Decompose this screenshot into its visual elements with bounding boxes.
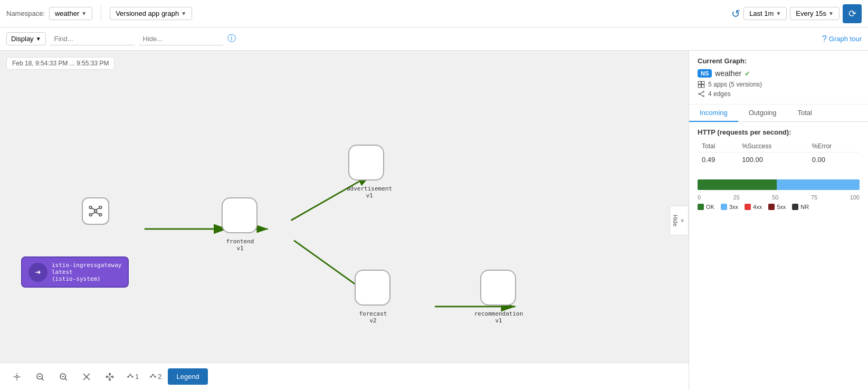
zoom-out-button[interactable] — [53, 366, 74, 387]
hide-input[interactable] — [139, 33, 223, 45]
node-forecast[interactable] — [355, 270, 390, 306]
legend-5xx: 5xx — [768, 204, 786, 210]
namespace-label: Namespace: — [6, 9, 45, 17]
tab-incoming[interactable]: Incoming — [689, 104, 738, 122]
reset-icon — [82, 372, 91, 382]
node-advertisement[interactable] — [348, 145, 384, 180]
svg-point-7 — [89, 206, 92, 209]
namespace-dropdown[interactable]: weather ▼ — [49, 7, 92, 20]
ns-badge: NS — [698, 69, 712, 78]
http-table: Total %Success %Error 0.49 100.00 0.00 — [698, 140, 860, 167]
svg-point-32 — [128, 376, 129, 377]
svg-line-11 — [92, 208, 96, 210]
display-label: Display — [11, 35, 34, 43]
apps-icon — [698, 81, 705, 88]
edges-icon — [698, 90, 705, 98]
graph-tour-link[interactable]: ? Graph tour — [822, 34, 862, 44]
time-range-dropdown[interactable]: Last 1m ▼ — [743, 7, 787, 20]
col-error: %Error — [808, 140, 860, 153]
apps-label: 5 apps (5 versions) — [708, 81, 762, 88]
legend-3xx-dot — [721, 204, 727, 210]
find-input[interactable] — [50, 33, 135, 45]
svg-rect-45 — [702, 85, 704, 88]
check-icon: ✔ — [745, 70, 750, 78]
svg-line-35 — [129, 375, 130, 376]
frontend-label: frontend v1 — [206, 238, 274, 252]
svg-rect-43 — [702, 81, 704, 84]
svg-line-41 — [154, 375, 155, 376]
current-graph-title: Current Graph: — [698, 57, 860, 65]
svg-line-49 — [700, 92, 703, 94]
bar-track — [698, 179, 860, 190]
svg-point-24 — [106, 376, 108, 377]
axis-0: 0 — [698, 194, 701, 201]
filter1-label: 1 — [135, 373, 139, 381]
tab-total-label: Total — [798, 109, 812, 117]
svg-point-10 — [99, 214, 102, 216]
svg-point-47 — [703, 91, 704, 92]
refresh-rate-dropdown[interactable]: Every 15s ▼ — [790, 7, 840, 20]
fit-graph-button[interactable] — [6, 366, 27, 387]
zoom-out-icon — [59, 372, 68, 382]
val-success: 100.00 — [738, 153, 808, 167]
filter2-button[interactable]: 2 — [145, 366, 166, 387]
display-dropdown[interactable]: Display ▼ — [6, 32, 46, 45]
svg-point-39 — [155, 376, 156, 377]
legend-4xx: 4xx — [745, 204, 762, 210]
svg-line-50 — [700, 94, 703, 96]
filter1-button[interactable]: 1 — [122, 366, 143, 387]
http-title: HTTP (requests per second): — [698, 128, 860, 136]
node-mesh-icon[interactable] — [82, 197, 109, 225]
tab-outgoing[interactable]: Outgoing — [738, 104, 787, 122]
tab-outgoing-label: Outgoing — [749, 109, 777, 117]
refresh-rate-value: Every 15s — [796, 9, 826, 17]
svg-point-33 — [130, 374, 131, 375]
legend-4xx-dot — [745, 204, 751, 210]
zoom-in-button[interactable] — [30, 366, 51, 387]
filter2-icon — [149, 373, 157, 381]
top-bar: Namespace: weather ▼ Versioned app graph… — [0, 0, 868, 27]
svg-point-27 — [109, 378, 111, 380]
tab-total[interactable]: Total — [787, 104, 823, 122]
bar-ok — [698, 179, 777, 190]
time-range-value: Last 1m — [749, 9, 774, 17]
legend-nr-label: NR — [800, 204, 809, 210]
svg-line-13 — [92, 212, 96, 214]
hide-label: Hide — [672, 214, 679, 226]
zoom-in-icon — [35, 372, 45, 382]
node-recommendation[interactable] — [480, 270, 516, 306]
hide-panel-button[interactable]: » Hide — [670, 205, 689, 235]
forecast-label: forecast v2 — [339, 310, 407, 324]
graph-tour-icon: ? — [822, 34, 827, 44]
svg-point-38 — [152, 374, 154, 375]
node-gateway[interactable]: ➜ istio-ingressgateway latest (istio-sys… — [21, 256, 129, 288]
graph-canvas[interactable]: Feb 18, 9:54:33 PM ... 9:55:33 PM ➜ ist — [0, 51, 689, 390]
svg-point-48 — [703, 96, 704, 97]
legend-5xx-label: 5xx — [777, 204, 786, 210]
history-icon[interactable]: ↺ — [731, 7, 740, 20]
tabs-row: Incoming Outgoing Total — [689, 104, 868, 122]
svg-line-21 — [65, 378, 66, 380]
fit-icon — [12, 372, 22, 382]
svg-point-9 — [89, 214, 92, 216]
svg-point-25 — [109, 373, 111, 375]
reset-button[interactable] — [76, 366, 97, 387]
filter2-label: 2 — [158, 373, 161, 381]
http-section: HTTP (requests per second): Total %Succe… — [689, 122, 868, 173]
svg-line-36 — [131, 375, 132, 376]
graph-type-dropdown[interactable]: Versioned app graph ▼ — [110, 7, 192, 20]
edges-meta: 4 edges — [698, 90, 860, 98]
namespace-chevron-icon: ▼ — [81, 11, 87, 16]
graph-type-chevron-icon: ▼ — [181, 11, 186, 16]
svg-rect-44 — [698, 85, 701, 88]
layout-button[interactable] — [99, 366, 120, 387]
current-graph-section: Current Graph: NS weather ✔ 5 apps (5 ve… — [689, 51, 868, 104]
legend-nr-dot — [792, 204, 798, 210]
advertisement-label: advertisement v1 — [332, 185, 406, 199]
info-icon[interactable]: ⓘ — [227, 33, 236, 44]
node-frontend[interactable] — [222, 197, 257, 233]
refresh-button[interactable]: ⟳ — [843, 4, 862, 23]
namespace-value: weather — [55, 9, 79, 17]
legend-button[interactable]: Legend — [168, 368, 207, 385]
time-control: ↺ Last 1m ▼ Every 15s ▼ ⟳ — [731, 4, 862, 23]
